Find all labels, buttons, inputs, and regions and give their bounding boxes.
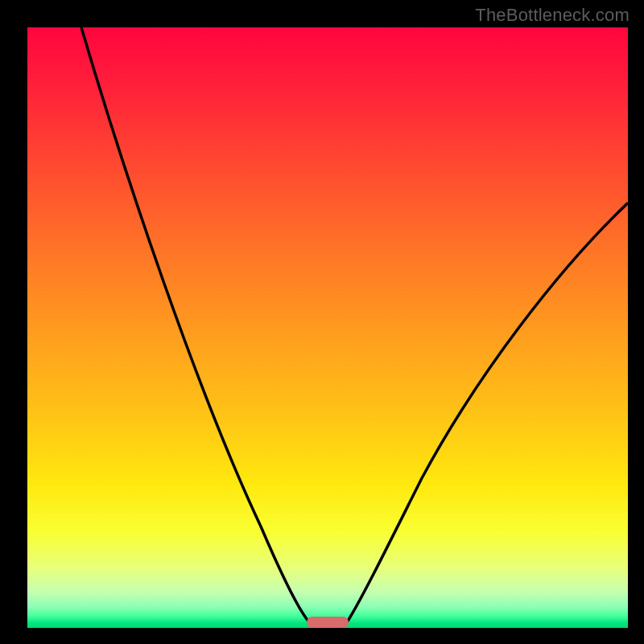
- chart-frame: TheBottleneck.com: [0, 0, 644, 644]
- left-curve: [81, 27, 312, 625]
- minimum-marker: [307, 617, 349, 628]
- attribution-label: TheBottleneck.com: [475, 5, 630, 26]
- curve-layer: [27, 27, 628, 628]
- right-curve: [345, 203, 628, 625]
- plot-area: [27, 27, 628, 628]
